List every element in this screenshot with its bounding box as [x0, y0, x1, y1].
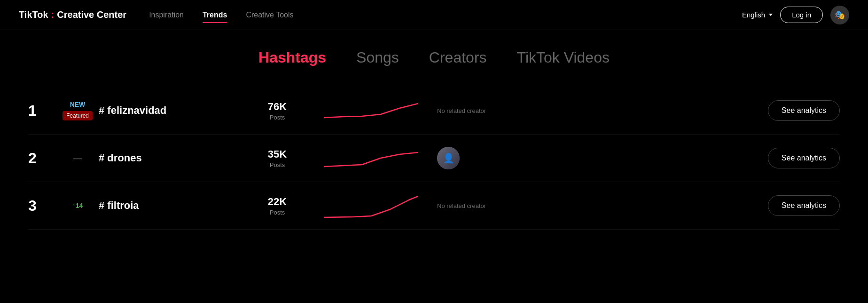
main-nav: Inspiration Trends Creative Tools [149, 9, 742, 21]
posts-label: Posts [249, 161, 305, 168]
posts-count: 35K [249, 148, 305, 160]
header: TikTok:Creative Center Inspiration Trend… [0, 0, 868, 30]
header-right: English Log in 🎭 [742, 6, 849, 24]
no-creator-text: No related creator [437, 202, 486, 209]
trend-chart [324, 96, 418, 125]
tab-creators[interactable]: Creators [429, 49, 487, 68]
tab-songs[interactable]: Songs [356, 49, 399, 68]
creator-avatar[interactable]: 👤 [437, 147, 460, 169]
nav-item-trends[interactable]: Trends [203, 9, 227, 21]
login-button[interactable]: Log in [780, 7, 823, 23]
analytics-col: See analytics [768, 100, 840, 121]
posts-label: Posts [249, 209, 305, 216]
hashtag-name-col: # feliznavidad [99, 104, 249, 117]
rank-number: 1 [28, 102, 56, 120]
tab-hashtags[interactable]: Hashtags [258, 49, 326, 68]
tab-tiktok-videos[interactable]: TikTok Videos [517, 49, 610, 68]
badge-column: — [56, 153, 99, 163]
logo-tiktok-text: TikTok [19, 9, 48, 20]
logo[interactable]: TikTok:Creative Center [19, 9, 126, 20]
trends-content: 1 NEW Featured # feliznavidad 76K Posts … [0, 78, 868, 239]
posts-label: Posts [249, 114, 305, 121]
analytics-col: See analytics [768, 148, 840, 168]
hashtag-name-col: # drones [99, 152, 249, 164]
up-badge: ↑14 [72, 202, 83, 209]
posts-col: 35K Posts [249, 148, 305, 168]
no-creator-text: No related creator [437, 107, 486, 114]
nav-item-inspiration[interactable]: Inspiration [149, 9, 184, 21]
chevron-down-icon [769, 14, 773, 16]
posts-col: 76K Posts [249, 101, 305, 121]
new-badge: NEW [70, 101, 86, 108]
table-row: 3 ↑14 # filtroia 22K Posts No related cr… [28, 182, 840, 230]
avatar[interactable]: 🎭 [830, 6, 849, 24]
see-analytics-button-1[interactable]: See analytics [768, 100, 840, 121]
creator-col: 👤 [437, 147, 512, 169]
analytics-col: See analytics [768, 195, 840, 216]
posts-count: 76K [249, 101, 305, 113]
trend-chart [324, 191, 418, 220]
see-analytics-button-3[interactable]: See analytics [768, 195, 840, 216]
badge-column: NEW Featured [56, 101, 99, 120]
creator-avatar-image: 👤 [437, 147, 460, 169]
posts-col: 22K Posts [249, 196, 305, 216]
creator-col: No related creator [437, 107, 512, 114]
badge-column: ↑14 [56, 202, 99, 209]
avatar-icon: 🎭 [835, 10, 845, 20]
featured-badge: Featured [63, 111, 93, 120]
dash-badge: — [73, 153, 82, 163]
category-tabs: Hashtags Songs Creators TikTok Videos [0, 30, 868, 78]
logo-creative-text: Creative Center [57, 9, 126, 20]
logo-separator: : [51, 9, 55, 20]
trend-chart [324, 144, 418, 172]
posts-count: 22K [249, 196, 305, 208]
language-selector[interactable]: English [742, 11, 773, 19]
table-row: 1 NEW Featured # feliznavidad 76K Posts … [28, 87, 840, 135]
nav-item-creative-tools[interactable]: Creative Tools [246, 9, 293, 21]
language-label: English [742, 11, 765, 19]
hashtag-name[interactable]: # feliznavidad [99, 104, 166, 116]
hashtag-name[interactable]: # drones [99, 152, 142, 164]
table-row: 2 — # drones 35K Posts 👤 See analytics [28, 135, 840, 182]
hashtag-name-col: # filtroia [99, 199, 249, 212]
hashtag-name[interactable]: # filtroia [99, 199, 139, 211]
creator-col: No related creator [437, 202, 512, 209]
rank-number: 3 [28, 197, 56, 215]
rank-number: 2 [28, 150, 56, 167]
see-analytics-button-2[interactable]: See analytics [768, 148, 840, 168]
